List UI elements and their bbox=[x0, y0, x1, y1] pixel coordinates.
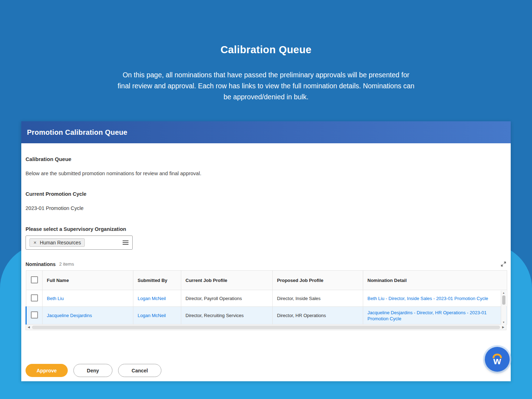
nominations-table: Full Name Submitted By Current Job Profi… bbox=[26, 270, 506, 330]
workday-assistant-button[interactable]: w bbox=[485, 347, 510, 372]
nominations-count: 2 items bbox=[59, 261, 74, 267]
promotion-cycle-label: Current Promotion Cycle bbox=[26, 191, 506, 197]
full-name-link[interactable]: Jacqueline Desjardins bbox=[47, 313, 92, 318]
supervisory-org-select[interactable]: ✕ Human Resources bbox=[26, 235, 133, 250]
page-description-line: On this page, all nominations that have … bbox=[87, 70, 445, 81]
org-chip[interactable]: ✕ Human Resources bbox=[29, 238, 85, 247]
current-job-cell: Director, Payroll Operations bbox=[181, 290, 273, 307]
page-description-line: be approved/denied in bulk. bbox=[87, 92, 445, 102]
vertical-scrollbar-thumb[interactable] bbox=[502, 295, 505, 305]
scroll-down-icon[interactable]: ▼ bbox=[503, 321, 505, 324]
supervisory-org-label: Please select a Supervisory Organization bbox=[26, 226, 506, 232]
horizontal-scrollbar-thumb[interactable] bbox=[32, 326, 500, 329]
row-checkbox[interactable] bbox=[31, 311, 38, 318]
row-checkbox[interactable] bbox=[31, 294, 38, 301]
proposed-job-cell: Director, HR Operations bbox=[273, 307, 363, 325]
approve-button[interactable]: Approve bbox=[26, 364, 68, 377]
scroll-left-icon[interactable]: ◀ bbox=[28, 326, 30, 329]
page-title: Calibration Queue bbox=[0, 44, 532, 56]
workday-logo-letter: w bbox=[493, 357, 501, 365]
horizontal-scrollbar[interactable]: ◀ ▶ bbox=[26, 325, 506, 330]
submitted-by-link[interactable]: Logan McNeil bbox=[138, 313, 166, 318]
page-description-line: final review and approval. Each row has … bbox=[87, 81, 445, 92]
proposed-job-cell: Director, Inside Sales bbox=[273, 290, 363, 307]
remove-chip-icon[interactable]: ✕ bbox=[33, 241, 37, 245]
org-chip-label: Human Resources bbox=[40, 240, 81, 245]
vertical-scrollbar[interactable]: ▲ ▼ bbox=[501, 290, 506, 325]
nomination-detail-link[interactable]: Beth Liu - Director, Inside Sales - 2023… bbox=[367, 296, 488, 301]
footer-actions: Approve Deny Cancel bbox=[26, 364, 161, 377]
nominations-header: Nominations 2 items bbox=[26, 261, 506, 267]
promotion-calibration-panel: Promotion Calibration Queue Calibration … bbox=[21, 121, 511, 381]
table-header-row: Full Name Submitted By Current Job Profi… bbox=[26, 271, 507, 290]
column-header-proposed-job: Proposed Job Profile bbox=[273, 271, 363, 290]
panel-header: Promotion Calibration Queue bbox=[21, 121, 511, 143]
deny-button[interactable]: Deny bbox=[73, 364, 112, 377]
submitted-by-link[interactable]: Logan McNeil bbox=[138, 296, 166, 301]
nomination-detail-link[interactable]: Jacqueline Desjardins - Director, HR Ope… bbox=[367, 310, 487, 321]
section-heading: Calibration Queue bbox=[26, 156, 506, 162]
panel-header-title: Promotion Calibration Queue bbox=[27, 128, 127, 137]
panel-body: Calibration Queue Below are the submitte… bbox=[21, 143, 511, 381]
full-name-link[interactable]: Beth Liu bbox=[47, 296, 64, 301]
select-all-checkbox[interactable] bbox=[31, 276, 38, 283]
table-row-selected: Jacqueline Desjardins Logan McNeil Direc… bbox=[26, 307, 507, 325]
table-row: Beth Liu Logan McNeil Director, Payroll … bbox=[26, 290, 507, 307]
current-job-cell: Director, Recruiting Services bbox=[181, 307, 273, 325]
column-header-submitted-by: Submitted By bbox=[133, 271, 181, 290]
column-header-full-name: Full Name bbox=[43, 271, 133, 290]
promotion-cycle-value: 2023-01 Promotion Cycle bbox=[26, 205, 506, 211]
section-description: Below are the submitted promotion nomina… bbox=[26, 171, 506, 176]
cancel-button[interactable]: Cancel bbox=[118, 364, 161, 377]
prompt-list-icon[interactable] bbox=[122, 240, 129, 245]
expand-table-icon[interactable] bbox=[500, 261, 506, 267]
nominations-label: Nominations bbox=[26, 261, 56, 267]
page-background: Calibration Queue On this page, all nomi… bbox=[0, 0, 532, 399]
scroll-right-icon[interactable]: ▶ bbox=[502, 326, 504, 329]
column-header-detail: Nomination Detail bbox=[363, 271, 507, 290]
page-description: On this page, all nominations that have … bbox=[87, 70, 445, 102]
scroll-up-icon[interactable]: ▲ bbox=[503, 291, 505, 294]
column-header-current-job: Current Job Profile bbox=[181, 271, 273, 290]
